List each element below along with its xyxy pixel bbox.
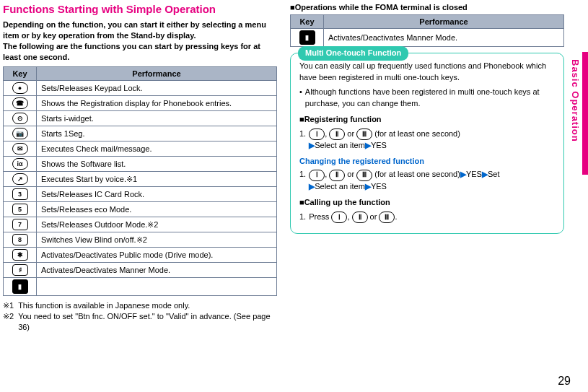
perf-cell: Shows the Registration display for Phone…: [37, 96, 277, 111]
key-icon: ♯: [12, 264, 28, 276]
key-icon: ⊙: [12, 113, 28, 124]
left-column: Functions Starting with Simple Operation…: [3, 3, 277, 333]
perf-cell: Shows the Software list.: [37, 157, 277, 172]
key-ii-icon: Ⅱ: [352, 212, 368, 223]
key-icon: iα: [12, 158, 28, 170]
side-tab: Basic Operation: [575, 52, 588, 175]
table-row: 📷Starts 1Seg.: [4, 126, 277, 141]
side-tab-label: Basic Operation: [570, 59, 581, 142]
callout-bullet: Although functions have been registered …: [305, 87, 555, 110]
table-row: 5Sets/Releases eco Mode.: [4, 202, 277, 217]
th-key: Key: [291, 15, 324, 29]
key-icon: ✱: [12, 249, 28, 261]
side-key-icon: ▮: [12, 279, 28, 294]
perf-cell: Switches View Blind on/off.※2: [37, 232, 277, 248]
perf-cell: Executes Check mail/message.: [37, 141, 277, 157]
footnotes: ※1This function is available in Japanese…: [3, 300, 277, 333]
arrow-icon: ▶: [365, 182, 371, 191]
perf-cell: Sets/Releases eco Mode.: [37, 202, 277, 217]
key-icon: ✉: [12, 143, 28, 154]
closed-ops-head: ■Operations while the FOMA terminal is c…: [290, 3, 564, 12]
key-table-left: Key Performance ●Sets/Releases Keypad Lo…: [3, 66, 277, 296]
side-tab-bar: [582, 52, 588, 175]
section-title: Functions Starting with Simple Operation: [3, 3, 277, 15]
table-row: iαShows the Software list.: [4, 157, 277, 172]
step-body: Ⅰ, Ⅱ or Ⅲ (for at least one second)▶YES▶…: [309, 169, 499, 192]
table-row: ✱Activates/Deactivates Public mode (Driv…: [4, 248, 277, 263]
th-perf: Performance: [324, 15, 564, 29]
key-i-icon: Ⅰ: [309, 129, 325, 140]
perf-cell: Executes Start by voice.※1: [37, 172, 277, 187]
table-row: 7Sets/Releases Outdoor Mode.※2: [4, 217, 277, 232]
perf-cell: Sets/Releases IC Card Rock.: [37, 187, 277, 202]
perf-cell: [37, 278, 277, 296]
th-key: Key: [4, 67, 37, 81]
right-column: ■Operations while the FOMA terminal is c…: [290, 3, 564, 333]
table-row: 8Switches View Blind on/off.※2: [4, 232, 277, 248]
registering-head: ■Registering function: [299, 114, 555, 126]
table-row: ☎Shows the Registration display for Phon…: [4, 96, 277, 111]
step-body: Ⅰ, Ⅱ or Ⅲ (for at least one second) ▶Sel…: [309, 129, 460, 152]
calling-head: ■Calling up the function: [299, 197, 555, 209]
table-row: ⊙Starts i-widget.: [4, 111, 277, 126]
step-number: 1.: [299, 169, 306, 192]
key-icon: 📷: [12, 128, 28, 139]
perf-cell: Starts 1Seg.: [37, 126, 277, 141]
perf-cell: Activates/Deactivates Manner Mode.: [324, 29, 564, 47]
changing-head: Changing the registered function: [299, 156, 555, 167]
note-text: You need to set "Btn fnc. ON/OFF set." t…: [18, 311, 277, 333]
multi-one-touch-callout: Multi One-touch Function You can easily …: [290, 53, 564, 234]
key-icon: 5: [12, 204, 28, 215]
page-number: 29: [558, 375, 571, 388]
arrow-icon: ▶: [365, 141, 371, 149]
key-iii-icon: Ⅲ: [356, 129, 372, 140]
step-number: 1.: [299, 129, 306, 152]
table-row: ●Sets/Releases Keypad Lock.: [4, 81, 277, 96]
key-ii-icon: Ⅱ: [329, 129, 345, 140]
key-iii-icon: Ⅲ: [356, 170, 372, 181]
arrow-icon: ▶: [309, 182, 315, 191]
key-icon: ☎: [12, 97, 28, 109]
key-i-icon: Ⅰ: [309, 170, 325, 181]
key-icon: ↗: [12, 173, 28, 185]
callout-body: You can easily call up frequently used f…: [299, 61, 555, 84]
th-perf: Performance: [37, 67, 277, 81]
key-icon: 7: [12, 219, 28, 230]
key-icon: ●: [12, 82, 28, 94]
intro-text: Depending on the function, you can start…: [3, 19, 277, 62]
key-icon: 3: [12, 188, 28, 200]
key-icon: 8: [12, 234, 28, 245]
callout-tab: Multi One-touch Function: [298, 46, 408, 61]
perf-cell: Activates/Deactivates Public mode (Drive…: [37, 248, 277, 263]
note-text: This function is available in Japanese m…: [18, 300, 190, 311]
note-ref: ※2: [3, 311, 14, 333]
note-ref: ※1: [3, 300, 14, 311]
arrow-icon: ▶: [482, 170, 488, 178]
table-row: ✉Executes Check mail/message.: [4, 141, 277, 157]
perf-cell: Activates/Deactivates Manner Mode.: [37, 263, 277, 278]
table-row: ▮: [4, 278, 277, 296]
key-ii-icon: Ⅱ: [329, 170, 345, 181]
step-body: Press Ⅰ, Ⅱ or Ⅲ.: [309, 212, 397, 224]
perf-cell: Sets/Releases Keypad Lock.: [37, 81, 277, 96]
table-row: ♯Activates/Deactivates Manner Mode.: [4, 263, 277, 278]
key-iii-icon: Ⅲ: [379, 212, 395, 223]
perf-cell: Starts i-widget.: [37, 111, 277, 126]
table-row: 3Sets/Releases IC Card Rock.: [4, 187, 277, 202]
table-row: ↗Executes Start by voice.※1: [4, 172, 277, 187]
perf-cell: Sets/Releases Outdoor Mode.※2: [37, 217, 277, 232]
arrow-icon: ▶: [460, 170, 466, 178]
arrow-icon: ▶: [309, 141, 315, 149]
key-i-icon: Ⅰ: [331, 212, 347, 223]
key-table-right: Key Performance ▮Activates/Deactivates M…: [290, 14, 564, 47]
step-number: 1.: [299, 212, 306, 224]
side-key-icon: ▮: [299, 30, 315, 45]
table-row: ▮Activates/Deactivates Manner Mode.: [291, 29, 564, 47]
